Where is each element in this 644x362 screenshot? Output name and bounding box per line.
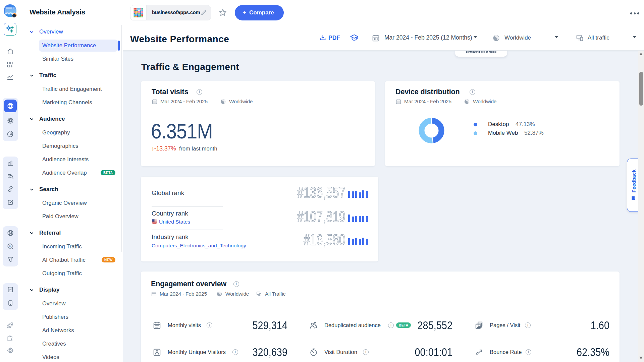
svg-text:a: a (9, 245, 11, 248)
